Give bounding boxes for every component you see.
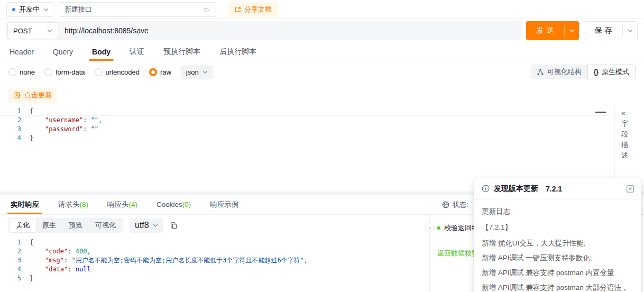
- chevron-down-icon: [43, 8, 49, 11]
- segment-preview[interactable]: 预览: [62, 219, 89, 232]
- tab-label: Cookies: [157, 200, 182, 208]
- tree-structure-icon: [537, 68, 544, 76]
- segment-raw[interactable]: 原生: [36, 219, 62, 232]
- radio-none-label: none: [20, 68, 35, 76]
- validation-status-label: 校验返回结: [444, 223, 479, 233]
- code-line: 2 "username": "",: [0, 116, 609, 125]
- radio-raw[interactable]: raw: [149, 68, 171, 76]
- field-panel-title-char: 字: [621, 118, 644, 129]
- tab-post-script[interactable]: 后执行脚本: [219, 42, 256, 61]
- encoding-value: utf8: [135, 221, 149, 230]
- chevron-down-icon: [153, 224, 158, 227]
- green-dot-icon: [437, 226, 440, 230]
- rename-edit-icon[interactable]: [203, 6, 210, 13]
- line-number: 4: [0, 134, 30, 143]
- raw-mode-button[interactable]: {} 原生模式: [587, 65, 636, 79]
- segment-visualize[interactable]: 可视化: [89, 219, 122, 232]
- field-panel-title-char: 述: [621, 150, 644, 161]
- changelog-version-tag: 【7.2.1】: [482, 223, 634, 232]
- close-icon: [627, 185, 634, 193]
- chevron-down-icon: [47, 29, 52, 32]
- line-number: 3: [0, 125, 30, 134]
- tab-response-example[interactable]: 响应示例: [210, 195, 238, 214]
- code-line: 3 "password": "": [0, 125, 609, 134]
- editor-scrollbar[interactable]: [595, 112, 606, 113]
- send-button[interactable]: 发送: [526, 21, 579, 40]
- close-popup-button[interactable]: [627, 185, 634, 193]
- status-dot-icon: [12, 8, 15, 11]
- field-panel-title-char: 描: [621, 140, 644, 150]
- segment-beautify[interactable]: 美化: [10, 219, 36, 232]
- line-number: 5: [0, 274, 30, 283]
- radio-urlencoded-label: urlencoded: [106, 68, 140, 76]
- tab-count: (0): [182, 200, 191, 208]
- expand-panel-icon[interactable]: «: [621, 108, 644, 118]
- chevron-down-icon: [569, 29, 575, 32]
- tab-cookies[interactable]: Cookies(0): [157, 195, 191, 214]
- api-title-value: 新建接口: [65, 5, 203, 14]
- content-type-select[interactable]: json: [181, 65, 213, 79]
- tab-realtime-response[interactable]: 实时响应: [11, 195, 39, 214]
- body-type-options: none form-data urlencoded raw json 可视化结构…: [0, 61, 644, 83]
- share-doc-button[interactable]: 分享文档: [228, 2, 278, 17]
- response-status: 状态:: [442, 200, 468, 209]
- copy-response-button[interactable]: [170, 222, 178, 230]
- radio-form-data-label: form-data: [56, 68, 85, 76]
- http-method-select[interactable]: POST: [7, 22, 58, 39]
- copy-icon: [170, 222, 178, 230]
- visual-structure-button[interactable]: 可视化结构: [531, 65, 587, 79]
- send-dropdown-toggle[interactable]: [565, 21, 579, 40]
- radio-circle-icon: [8, 68, 16, 76]
- response-view-switch: 美化 原生 预览 可视化: [8, 218, 123, 233]
- tab-response-headers[interactable]: 响应头(4): [107, 195, 137, 214]
- line-number: 4: [0, 265, 30, 274]
- tab-header[interactable]: Header: [10, 42, 34, 61]
- save-button[interactable]: 保存: [584, 21, 638, 40]
- status-label: 状态:: [453, 200, 468, 209]
- changelog-title: 更新日志: [482, 207, 634, 216]
- code-line: 4}: [0, 134, 609, 143]
- changelog-item: 新增 优化UI交互，大大提升性能;: [482, 239, 634, 248]
- tab-auth[interactable]: 认证: [130, 42, 144, 61]
- url-bar: POST http://localhost:8085/save: [6, 21, 521, 40]
- content-type-value: json: [186, 68, 199, 76]
- send-label: 发送: [526, 21, 564, 40]
- field-description-panel: « 字 段 描 述: [614, 104, 644, 190]
- tab-label: 响应示例: [210, 200, 238, 209]
- request-tabs: Header Query Body 认证 预执行脚本 后执行脚本: [0, 42, 644, 61]
- tab-count: (8): [80, 200, 89, 208]
- collapse-panel-button[interactable]: ›: [425, 222, 435, 232]
- code-line: 1{: [0, 107, 609, 116]
- braces-icon: {}: [594, 68, 599, 76]
- update-row: 点击更新: [0, 83, 644, 104]
- tab-request-headers[interactable]: 请求头(8): [58, 195, 88, 214]
- changelog-item: 新增 API调试 兼容支持 postman 大部分语法，: [482, 283, 634, 292]
- tab-query[interactable]: Query: [53, 42, 73, 61]
- request-url-input[interactable]: http://localhost:8085/save: [58, 26, 520, 35]
- radio-form-data[interactable]: form-data: [44, 68, 85, 76]
- chevron-down-icon: [203, 70, 208, 74]
- tab-label: 实时响应: [11, 200, 39, 209]
- tab-pre-script[interactable]: 预执行脚本: [163, 42, 200, 61]
- validation-status-row: 校验返回结: [437, 223, 479, 233]
- tab-body[interactable]: Body: [92, 42, 111, 61]
- popup-version: 7.2.1: [546, 185, 562, 193]
- radio-selected-icon: [149, 68, 157, 76]
- raw-mode-label: 原生模式: [602, 67, 629, 77]
- radio-none[interactable]: none: [8, 68, 35, 76]
- document-edit-icon: [14, 92, 21, 99]
- api-status-select[interactable]: 开发中: [6, 2, 54, 17]
- globe-icon: [442, 201, 449, 208]
- line-number: 2: [0, 116, 30, 125]
- encoding-select[interactable]: utf8: [130, 218, 163, 233]
- request-bar: POST http://localhost:8085/save 发送 保存: [0, 19, 644, 42]
- save-dropdown-toggle[interactable]: [623, 22, 637, 40]
- version-update-popup: 发现版本更新 7.2.1 更新日志 【7.2.1】 新增 优化UI交互，大大提升…: [474, 178, 641, 292]
- validation-link[interactable]: 返回数据校验: [437, 249, 479, 258]
- api-status-label: 开发中: [19, 5, 40, 14]
- api-title-input[interactable]: 新建接口: [59, 2, 216, 17]
- click-update-button[interactable]: 点击更新: [8, 88, 57, 103]
- popup-header: 发现版本更新 7.2.1: [474, 178, 641, 199]
- field-panel-title-char: 段: [621, 129, 644, 140]
- radio-urlencoded[interactable]: urlencoded: [95, 68, 140, 76]
